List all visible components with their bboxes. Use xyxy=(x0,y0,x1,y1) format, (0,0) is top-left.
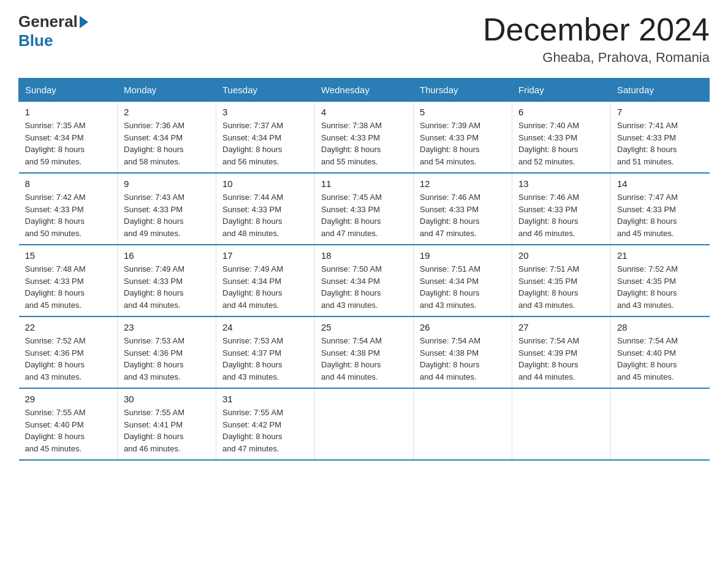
day-info: Sunrise: 7:55 AM Sunset: 4:40 PM Dayligh… xyxy=(25,407,112,454)
day-info: Sunrise: 7:46 AM Sunset: 4:33 PM Dayligh… xyxy=(518,191,604,239)
day-cell xyxy=(414,388,512,460)
day-cell: 28 Sunrise: 7:54 AM Sunset: 4:40 PM Dayl… xyxy=(611,316,710,388)
location-title: Gheaba, Prahova, Romania xyxy=(483,50,710,66)
day-info: Sunrise: 7:35 AM Sunset: 4:34 PM Dayligh… xyxy=(25,120,112,167)
day-number: 30 xyxy=(124,394,210,404)
day-cell: 6 Sunrise: 7:40 AM Sunset: 4:33 PM Dayli… xyxy=(512,102,611,174)
day-info: Sunrise: 7:53 AM Sunset: 4:36 PM Dayligh… xyxy=(124,335,210,383)
header-thursday: Thursday xyxy=(414,79,512,102)
day-number: 31 xyxy=(222,394,308,404)
day-cell: 19 Sunrise: 7:51 AM Sunset: 4:34 PM Dayl… xyxy=(414,245,512,316)
header-saturday: Saturday xyxy=(611,79,710,102)
day-info: Sunrise: 7:46 AM Sunset: 4:33 PM Dayligh… xyxy=(420,191,506,239)
week-row-4: 22 Sunrise: 7:52 AM Sunset: 4:36 PM Dayl… xyxy=(19,316,710,388)
day-cell: 4 Sunrise: 7:38 AM Sunset: 4:33 PM Dayli… xyxy=(315,102,414,174)
day-number: 2 xyxy=(124,107,210,117)
day-cell: 20 Sunrise: 7:51 AM Sunset: 4:35 PM Dayl… xyxy=(512,245,611,316)
week-row-3: 15 Sunrise: 7:48 AM Sunset: 4:33 PM Dayl… xyxy=(19,245,710,316)
day-cell: 12 Sunrise: 7:46 AM Sunset: 4:33 PM Dayl… xyxy=(414,173,512,245)
day-info: Sunrise: 7:54 AM Sunset: 4:39 PM Dayligh… xyxy=(518,335,604,383)
title-section: December 2024 Gheaba, Prahova, Romania xyxy=(483,12,710,66)
day-cell: 8 Sunrise: 7:42 AM Sunset: 4:33 PM Dayli… xyxy=(19,173,118,245)
day-number: 5 xyxy=(420,107,506,117)
day-cell: 18 Sunrise: 7:50 AM Sunset: 4:34 PM Dayl… xyxy=(315,245,414,316)
day-cell: 13 Sunrise: 7:46 AM Sunset: 4:33 PM Dayl… xyxy=(512,173,611,245)
day-number: 9 xyxy=(124,178,210,189)
day-number: 6 xyxy=(518,107,604,117)
day-number: 10 xyxy=(222,178,308,189)
day-number: 17 xyxy=(222,250,308,261)
header-friday: Friday xyxy=(512,79,611,102)
day-number: 13 xyxy=(518,178,604,189)
day-number: 18 xyxy=(321,250,407,261)
header-row: SundayMondayTuesdayWednesdayThursdayFrid… xyxy=(19,79,710,102)
logo-general-text: General xyxy=(18,12,78,31)
day-info: Sunrise: 7:47 AM Sunset: 4:33 PM Dayligh… xyxy=(617,191,703,239)
day-cell: 14 Sunrise: 7:47 AM Sunset: 4:33 PM Dayl… xyxy=(611,173,710,245)
day-cell: 21 Sunrise: 7:52 AM Sunset: 4:35 PM Dayl… xyxy=(611,245,710,316)
day-cell: 31 Sunrise: 7:55 AM Sunset: 4:42 PM Dayl… xyxy=(216,388,315,460)
day-number: 21 xyxy=(617,250,703,261)
calendar-body: 1 Sunrise: 7:35 AM Sunset: 4:34 PM Dayli… xyxy=(19,102,710,461)
day-number: 28 xyxy=(617,322,703,332)
day-number: 11 xyxy=(321,178,407,189)
week-row-2: 8 Sunrise: 7:42 AM Sunset: 4:33 PM Dayli… xyxy=(19,173,710,245)
day-number: 3 xyxy=(222,107,308,117)
day-cell: 27 Sunrise: 7:54 AM Sunset: 4:39 PM Dayl… xyxy=(512,316,611,388)
header-tuesday: Tuesday xyxy=(216,79,315,102)
day-cell: 11 Sunrise: 7:45 AM Sunset: 4:33 PM Dayl… xyxy=(315,173,414,245)
day-cell xyxy=(512,388,611,460)
day-number: 4 xyxy=(321,107,407,117)
day-number: 16 xyxy=(124,250,210,261)
day-cell: 7 Sunrise: 7:41 AM Sunset: 4:33 PM Dayli… xyxy=(611,102,710,174)
day-number: 7 xyxy=(617,107,703,117)
day-info: Sunrise: 7:37 AM Sunset: 4:34 PM Dayligh… xyxy=(222,120,308,167)
day-info: Sunrise: 7:54 AM Sunset: 4:40 PM Dayligh… xyxy=(617,335,703,383)
day-number: 29 xyxy=(25,394,112,404)
day-info: Sunrise: 7:49 AM Sunset: 4:34 PM Dayligh… xyxy=(222,263,308,311)
day-cell: 23 Sunrise: 7:53 AM Sunset: 4:36 PM Dayl… xyxy=(118,316,216,388)
day-info: Sunrise: 7:43 AM Sunset: 4:33 PM Dayligh… xyxy=(124,191,210,239)
day-info: Sunrise: 7:40 AM Sunset: 4:33 PM Dayligh… xyxy=(518,120,604,167)
day-info: Sunrise: 7:55 AM Sunset: 4:41 PM Dayligh… xyxy=(124,407,210,454)
day-cell: 30 Sunrise: 7:55 AM Sunset: 4:41 PM Dayl… xyxy=(118,388,216,460)
day-number: 12 xyxy=(420,178,506,189)
day-info: Sunrise: 7:36 AM Sunset: 4:34 PM Dayligh… xyxy=(124,120,210,167)
day-info: Sunrise: 7:53 AM Sunset: 4:37 PM Dayligh… xyxy=(222,335,308,383)
calendar-table: SundayMondayTuesdayWednesdayThursdayFrid… xyxy=(18,78,710,461)
calendar-header: SundayMondayTuesdayWednesdayThursdayFrid… xyxy=(19,79,710,102)
day-info: Sunrise: 7:41 AM Sunset: 4:33 PM Dayligh… xyxy=(617,120,703,167)
day-info: Sunrise: 7:54 AM Sunset: 4:38 PM Dayligh… xyxy=(321,335,407,383)
day-cell: 25 Sunrise: 7:54 AM Sunset: 4:38 PM Dayl… xyxy=(315,316,414,388)
day-cell: 3 Sunrise: 7:37 AM Sunset: 4:34 PM Dayli… xyxy=(216,102,315,174)
day-number: 27 xyxy=(518,322,604,332)
day-number: 25 xyxy=(321,322,407,332)
day-info: Sunrise: 7:44 AM Sunset: 4:33 PM Dayligh… xyxy=(222,191,308,239)
week-row-5: 29 Sunrise: 7:55 AM Sunset: 4:40 PM Dayl… xyxy=(19,388,710,460)
day-info: Sunrise: 7:50 AM Sunset: 4:34 PM Dayligh… xyxy=(321,263,407,311)
day-number: 19 xyxy=(420,250,506,261)
day-info: Sunrise: 7:52 AM Sunset: 4:35 PM Dayligh… xyxy=(617,263,703,311)
day-info: Sunrise: 7:55 AM Sunset: 4:42 PM Dayligh… xyxy=(222,407,308,454)
day-cell: 22 Sunrise: 7:52 AM Sunset: 4:36 PM Dayl… xyxy=(19,316,118,388)
day-cell: 24 Sunrise: 7:53 AM Sunset: 4:37 PM Dayl… xyxy=(216,316,315,388)
week-row-1: 1 Sunrise: 7:35 AM Sunset: 4:34 PM Dayli… xyxy=(19,102,710,174)
day-info: Sunrise: 7:42 AM Sunset: 4:33 PM Dayligh… xyxy=(25,191,112,239)
month-title: December 2024 xyxy=(483,12,710,47)
day-cell: 17 Sunrise: 7:49 AM Sunset: 4:34 PM Dayl… xyxy=(216,245,315,316)
day-number: 24 xyxy=(222,322,308,332)
day-number: 1 xyxy=(25,107,112,117)
page-header: General Blue December 2024 Gheaba, Praho… xyxy=(18,12,710,66)
day-info: Sunrise: 7:45 AM Sunset: 4:33 PM Dayligh… xyxy=(321,191,407,239)
day-number: 23 xyxy=(124,322,210,332)
day-number: 22 xyxy=(25,322,112,332)
header-sunday: Sunday xyxy=(19,79,118,102)
day-cell: 15 Sunrise: 7:48 AM Sunset: 4:33 PM Dayl… xyxy=(19,245,118,316)
logo-arrow-icon xyxy=(80,16,88,28)
day-number: 15 xyxy=(25,250,112,261)
day-number: 8 xyxy=(25,178,112,189)
header-monday: Monday xyxy=(118,79,216,102)
day-cell: 26 Sunrise: 7:54 AM Sunset: 4:38 PM Dayl… xyxy=(414,316,512,388)
day-cell xyxy=(315,388,414,460)
logo: General Blue xyxy=(18,12,90,50)
